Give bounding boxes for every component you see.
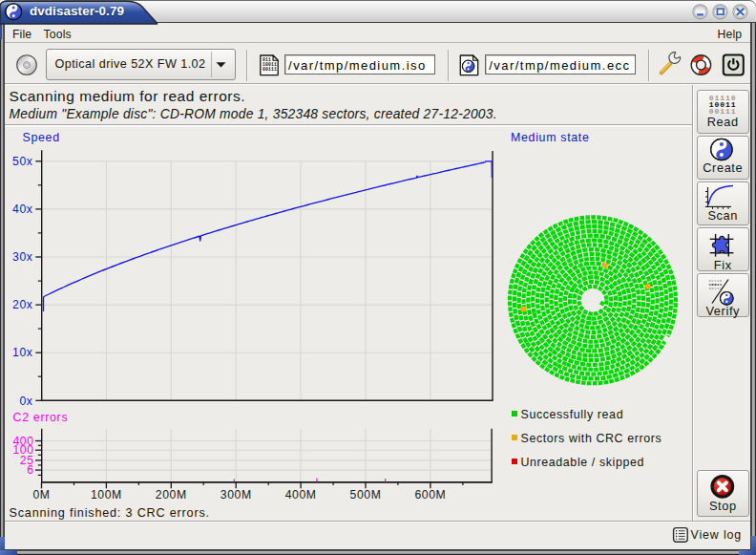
svg-text:40x: 40x [12,203,32,216]
svg-text:6: 6 [27,463,33,477]
svg-text:400M: 400M [285,488,317,502]
svg-text:0x: 0x [19,395,32,408]
svg-text:600M: 600M [414,488,446,502]
svg-text:100M: 100M [91,488,122,502]
svg-text:10x: 10x [12,346,32,359]
svg-text:300M: 300M [220,488,252,502]
svg-text:00111: 00111 [709,287,723,290]
svg-text:00111: 00111 [262,67,277,72]
svg-text:20x: 20x [12,298,32,311]
svg-text:0M: 0M [32,488,50,502]
svg-text:50x: 50x [12,155,32,168]
svg-text:500M: 500M [350,488,382,502]
svg-text:200M: 200M [156,488,187,502]
svg-text:30x: 30x [12,250,32,264]
